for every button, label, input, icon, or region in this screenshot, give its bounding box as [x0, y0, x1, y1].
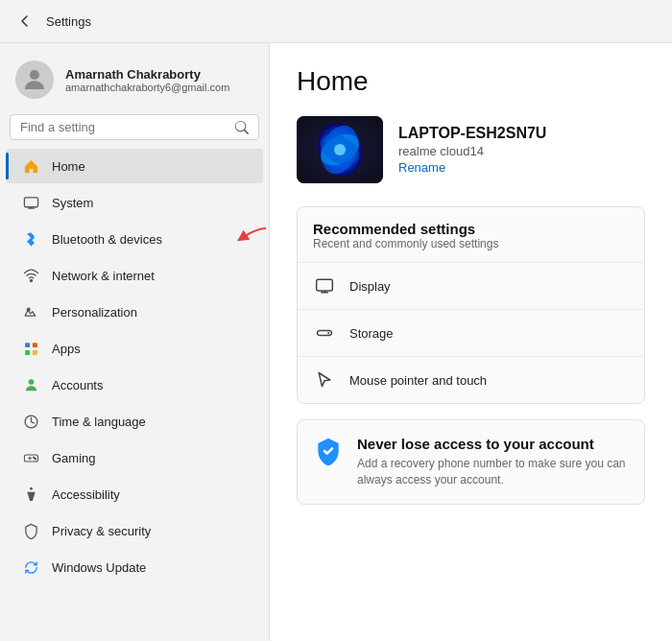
gaming-label: Gaming [52, 451, 96, 465]
nav-accounts[interactable]: Accounts [6, 368, 263, 402]
network-icon [21, 266, 40, 285]
nav-update[interactable]: Windows Update [6, 550, 263, 584]
security-description: Add a recovery phone number to make sure… [357, 456, 629, 488]
display-icon [313, 274, 336, 297]
svg-rect-10 [32, 349, 36, 354]
nav-privacy[interactable]: Privacy & security [6, 513, 263, 548]
accounts-icon [21, 375, 40, 394]
svg-rect-28 [318, 331, 332, 336]
title-bar: Settings [0, 0, 672, 43]
svg-point-17 [35, 458, 36, 459]
bluetooth-icon [21, 229, 40, 249]
svg-rect-8 [32, 343, 36, 347]
display-label: Display [349, 279, 629, 294]
device-name: LAPTOP-ESH2SN7U [398, 125, 546, 142]
sidebar: Amarnath Chakraborty amarnathchakraborty… [0, 43, 269, 641]
user-email: amarnathchakraborty6@gmail.com [65, 82, 229, 93]
search-input[interactable] [20, 120, 228, 134]
recommended-settings-card: Recommended settings Recent and commonly… [297, 206, 645, 404]
gaming-icon [21, 448, 40, 467]
app-body: Amarnath Chakraborty amarnathchakraborty… [0, 43, 672, 641]
content-area: Home [269, 43, 672, 641]
app-title: Settings [46, 14, 91, 29]
mouse-setting-row[interactable]: Mouse pointer and touch [298, 356, 644, 403]
section-subtitle: Recent and commonly used settings [313, 237, 629, 250]
accessibility-label: Accessibility [52, 487, 120, 502]
rename-link[interactable]: Rename [398, 160, 546, 175]
storage-icon [313, 321, 336, 344]
bluetooth-label: Bluetooth & devices [52, 232, 162, 247]
system-icon [21, 193, 40, 212]
user-info[interactable]: Amarnath Chakraborty amarnathchakraborty… [0, 51, 269, 114]
back-button[interactable] [15, 12, 35, 31]
nav-accessibility[interactable]: Accessibility [6, 477, 263, 511]
security-title: Never lose access to your account [357, 436, 629, 452]
network-label: Network & internet [52, 269, 155, 283]
user-details: Amarnath Chakraborty amarnathchakraborty… [65, 67, 229, 93]
personalization-label: Personalization [52, 305, 137, 320]
svg-rect-7 [25, 343, 30, 347]
svg-point-6 [27, 308, 30, 311]
nav-personalization[interactable]: Personalization [6, 295, 263, 329]
svg-rect-1 [24, 197, 37, 206]
update-icon [21, 558, 40, 577]
nav-network[interactable]: Network & internet [6, 258, 263, 293]
svg-point-24 [334, 144, 346, 155]
avatar [15, 60, 54, 99]
device-thumbnail [297, 116, 383, 183]
section-title: Recommended settings [313, 221, 629, 237]
device-card: LAPTOP-ESH2SN7U realme cloud14 Rename [297, 116, 645, 183]
nav-gaming[interactable]: Gaming [6, 440, 263, 475]
time-icon [21, 412, 40, 431]
section-header: Recommended settings Recent and commonly… [298, 207, 644, 262]
user-name: Amarnath Chakraborty [65, 67, 229, 82]
search-icon [235, 121, 249, 134]
security-text: Never lose access to your account Add a … [357, 436, 629, 488]
accounts-label: Accounts [52, 378, 103, 392]
svg-point-18 [30, 487, 33, 489]
nav-time[interactable]: Time & language [6, 404, 263, 439]
device-info: LAPTOP-ESH2SN7U realme cloud14 Rename [398, 125, 546, 175]
personalization-icon [21, 302, 40, 321]
time-label: Time & language [52, 415, 146, 429]
nav-bluetooth[interactable]: Bluetooth & devices [6, 222, 263, 256]
page-title: Home [297, 66, 645, 97]
apps-label: Apps [52, 342, 81, 356]
security-shield-icon [313, 436, 344, 466]
storage-setting-row[interactable]: Storage [298, 309, 644, 356]
home-label: Home [52, 159, 85, 174]
display-setting-row[interactable]: Display [298, 262, 644, 309]
svg-point-16 [33, 457, 34, 458]
apps-icon [21, 339, 40, 358]
mouse-pointer-icon [313, 368, 336, 392]
svg-rect-25 [317, 279, 333, 291]
storage-label: Storage [349, 326, 629, 341]
search-box[interactable] [10, 114, 259, 140]
svg-point-11 [28, 379, 34, 385]
mouse-label: Mouse pointer and touch [349, 373, 629, 388]
privacy-icon [21, 521, 40, 540]
privacy-label: Privacy & security [52, 524, 151, 538]
update-label: Windows Update [52, 560, 146, 575]
home-icon [21, 156, 40, 176]
svg-point-5 [30, 279, 32, 281]
accessibility-icon [21, 485, 40, 504]
svg-point-0 [30, 70, 39, 80]
nav-apps[interactable]: Apps [6, 331, 263, 366]
nav-system[interactable]: System [6, 185, 263, 220]
device-model: realme cloud14 [398, 144, 546, 158]
svg-rect-9 [25, 349, 30, 354]
security-card[interactable]: Never lose access to your account Add a … [297, 419, 645, 505]
nav-home[interactable]: Home [6, 149, 263, 183]
system-label: System [52, 196, 93, 210]
red-arrow [223, 224, 269, 252]
